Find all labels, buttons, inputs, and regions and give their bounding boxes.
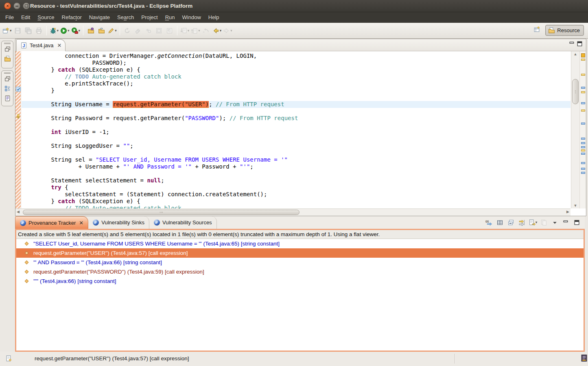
occurrence-marker[interactable] — [581, 168, 585, 170]
back-button[interactable]: ▾ — [212, 25, 223, 36]
task-marker-icon[interactable] — [15, 86, 22, 92]
horizontal-scrollbar[interactable]: ◀ ▶ — [15, 208, 571, 216]
print-button — [34, 25, 44, 36]
perspective-resource-button[interactable]: Resource — [545, 25, 584, 36]
slice-element-row[interactable]: "SELECT User_id, Username FROM USERS WHE… — [16, 239, 584, 248]
project-explorer-icon[interactable] — [3, 55, 12, 63]
slice-element-row[interactable]: request.getParameter("USER") (Test4.java… — [16, 248, 584, 258]
new-wizard-button[interactable]: ▾ — [2, 25, 13, 36]
highlighted-expression[interactable]: request.getParameter("USER") — [113, 101, 209, 108]
source-code[interactable]: connection = DriverManager.getConnection… — [22, 53, 571, 208]
expand-button[interactable] — [516, 217, 527, 227]
debug-button[interactable]: ▾ — [49, 25, 60, 36]
occurrence-marker[interactable] — [581, 123, 585, 125]
occurrence-marker[interactable] — [581, 146, 585, 148]
occurrence-marker[interactable] — [581, 162, 585, 164]
menu-project[interactable]: Project — [138, 12, 161, 23]
minimize-window-button[interactable] — [13, 2, 20, 9]
open-plugin-folder-button[interactable] — [85, 25, 96, 36]
grid-button[interactable] — [494, 217, 505, 227]
menu-run[interactable]: Run — [162, 12, 179, 23]
restore-view-icon[interactable] — [3, 45, 12, 53]
eclipse-window: Resource - testVulnerabilities/src/Test4… — [0, 0, 588, 366]
code-viewport[interactable]: connection = DriverManager.getConnection… — [22, 51, 571, 208]
menu-refactor[interactable]: Refactor — [58, 12, 85, 23]
tab-test4-java[interactable]: J Test4.java ✕ — [16, 39, 66, 51]
view-menu-button[interactable] — [549, 217, 560, 227]
warning-marker-icon[interactable] — [15, 112, 22, 118]
open-perspective-button[interactable] — [531, 25, 542, 36]
maximize-button[interactable] — [571, 217, 582, 227]
menu-help[interactable]: Help — [205, 12, 223, 23]
occurrence-marker[interactable] — [581, 102, 585, 104]
slice-element-row[interactable]: "'" (Test4.java:66) [string constant] — [16, 276, 584, 286]
dropdown-arrow-icon[interactable]: ▾ — [79, 28, 81, 33]
occurrence-marker[interactable] — [581, 87, 585, 89]
panel-tab-label: Vulnerability Sinks — [101, 219, 144, 226]
collapse-all-button[interactable] — [505, 217, 516, 227]
dropdown-arrow-icon[interactable]: ▾ — [536, 220, 538, 224]
restore-view-icon[interactable] — [3, 75, 12, 83]
warning-marker[interactable] — [581, 53, 585, 57]
horizontal-scrollbar-thumb[interactable] — [23, 210, 299, 215]
dropdown-arrow-icon[interactable]: ▾ — [115, 28, 117, 33]
menu-window[interactable]: Window — [179, 12, 205, 23]
slice-element-label: "SELECT User_id, Username FROM USERS WHE… — [33, 241, 280, 247]
tasks-icon[interactable] — [3, 94, 12, 102]
tab-vulnerability-sinks[interactable]: Vulnerability Sinks — [88, 216, 149, 229]
scroll-left-icon[interactable]: ◀ — [17, 210, 20, 214]
external-tools-button[interactable]: ▾ — [70, 25, 81, 36]
scroll-right-icon[interactable]: ▶ — [566, 210, 569, 214]
dropdown-arrow-icon[interactable]: ▾ — [68, 28, 70, 33]
occurrence-marker[interactable] — [581, 138, 585, 140]
dropdown-arrow-icon[interactable]: ▾ — [57, 28, 59, 33]
outline-icon[interactable] — [3, 84, 12, 92]
code-line — [22, 94, 571, 101]
code-line: selectStatement = (Statement) connection… — [22, 191, 571, 198]
trace-button[interactable]: 66 — [483, 217, 494, 227]
scroll-up-icon[interactable]: ▲ — [571, 52, 579, 56]
open-folder-button[interactable] — [96, 25, 107, 36]
vertical-scrollbar-thumb[interactable] — [572, 79, 579, 104]
java-file-icon: J — [20, 42, 27, 49]
menubar: FileEditSourceRefactorNavigateSearchProj… — [0, 12, 588, 23]
occurrence-marker[interactable] — [581, 153, 585, 155]
menu-source[interactable]: Source — [34, 12, 58, 23]
menu-search[interactable]: Search — [114, 12, 138, 23]
element-diamond-icon — [25, 261, 29, 265]
warning-marker[interactable] — [581, 110, 585, 112]
warning-marker[interactable] — [581, 59, 585, 61]
maximize-window-button[interactable] — [23, 2, 30, 9]
tab-provenance-tracker[interactable]: Provenance Tracker✕ — [15, 216, 88, 229]
dropdown-arrow-icon[interactable]: ▾ — [10, 28, 12, 33]
occurrence-marker[interactable] — [581, 172, 585, 174]
close-window-button[interactable] — [4, 2, 11, 9]
toolbar-groups: ▾▾▾▾▾▾▾▾▾ — [2, 23, 233, 38]
menu-navigate[interactable]: Navigate — [85, 12, 114, 23]
vertical-scrollbar[interactable]: ▲ ▼ — [571, 51, 579, 208]
svg-text:66: 66 — [485, 219, 489, 223]
annotation-gutter — [15, 51, 21, 208]
minimize-button[interactable] — [560, 217, 571, 227]
run-button[interactable]: ▾ — [59, 25, 70, 36]
mark-button[interactable]: ▾ — [107, 25, 118, 36]
tab-vulnerability-sources[interactable]: Vulnerability Sources — [149, 216, 217, 229]
minimize-editor-button[interactable] — [568, 41, 576, 48]
scroll-down-icon[interactable]: ▼ — [571, 204, 579, 208]
close-editor-tab-icon[interactable]: ✕ — [57, 42, 62, 48]
toolbar: ▾▾▾▾▾▾▾▾▾ Resource — [0, 23, 588, 39]
warning-marker[interactable] — [581, 149, 585, 151]
dropdown-arrow-icon[interactable]: ▾ — [220, 28, 222, 33]
occurrence-marker[interactable] — [581, 142, 585, 144]
slice-element-row[interactable]: request.getParameter("PASSWORD") (Test4.… — [16, 267, 584, 276]
warning-marker[interactable] — [581, 74, 585, 76]
close-tab-icon[interactable]: ✕ — [79, 220, 83, 226]
overview-ruler[interactable] — [579, 51, 586, 208]
menu-file[interactable]: File — [2, 12, 17, 23]
warning-marker[interactable] — [581, 91, 585, 93]
maximize-editor-button[interactable] — [576, 41, 584, 48]
code-line: Statement selectStatement = null; — [22, 177, 571, 184]
menu-edit[interactable]: Edit — [17, 12, 34, 23]
slice-element-row[interactable]: "' AND Password = '" (Test4.java:66) [st… — [16, 258, 584, 267]
export-button[interactable]: ▾ — [527, 217, 538, 227]
